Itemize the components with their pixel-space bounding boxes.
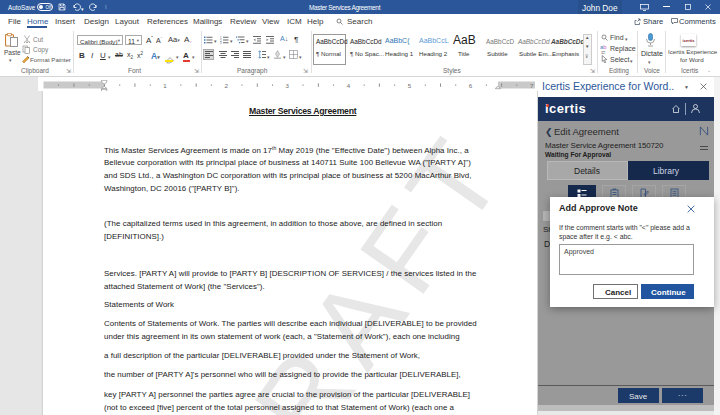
- svg-text:3: 3: [286, 82, 290, 89]
- svg-text:4: 4: [347, 82, 351, 89]
- svg-text:7: 7: [530, 82, 534, 89]
- svg-text:2: 2: [224, 82, 228, 89]
- svg-text:1: 1: [220, 36, 222, 40]
- svg-text:1: 1: [163, 82, 167, 89]
- svg-text:5: 5: [408, 82, 412, 89]
- svg-text:6: 6: [469, 82, 473, 89]
